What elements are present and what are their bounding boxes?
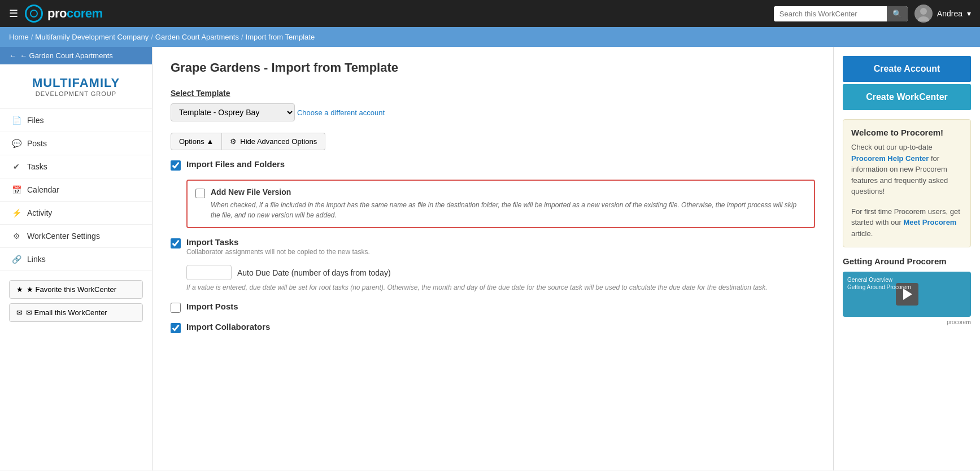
- auto-due-date-sub: If a value is entered, due date will be …: [186, 282, 815, 293]
- import-collaborators-label[interactable]: Import Collaborators: [186, 322, 270, 332]
- brand-sub: DEVELOPMENT GROUP: [9, 90, 143, 97]
- sidebar-files-label: Files: [27, 116, 44, 125]
- import-collaborators-item: Import Collaborators: [171, 322, 815, 333]
- video-thumb-text: General OverviewGetting Around Procorem: [847, 276, 911, 291]
- sidebar-nav: 📄 Files 💬 Posts ✔ Tasks 📅 Calendar ⚡ Act…: [0, 109, 152, 271]
- sidebar-item-workcenter-settings[interactable]: ⚙ WorkCenter Settings: [0, 225, 152, 248]
- import-posts-checkbox[interactable]: [171, 303, 181, 313]
- sidebar-activity-label: Activity: [27, 208, 52, 217]
- sidebar-item-files[interactable]: 📄 Files: [0, 109, 152, 132]
- sidebar-item-activity[interactable]: ⚡ Activity: [0, 202, 152, 225]
- logo-icon: [25, 5, 43, 23]
- star-icon: ★: [16, 285, 23, 294]
- options-bar: Options ▲ ⚙ Hide Advanced Options: [171, 133, 815, 150]
- sidebar-calendar-label: Calendar: [27, 185, 59, 194]
- main-content: Grape Gardens - Import from Template Sel…: [153, 47, 833, 470]
- sidebar-item-posts[interactable]: 💬 Posts: [0, 132, 152, 155]
- user-area[interactable]: Andrea ▾: [914, 5, 971, 23]
- import-tasks-item: Import Tasks Collaborator assignments wi…: [171, 237, 815, 256]
- search-bar: 🔍: [774, 6, 908, 21]
- sidebar-tasks-label: Tasks: [27, 162, 47, 171]
- auto-due-date-label: Auto Due Date (number of days from today…: [237, 268, 391, 277]
- sidebar: ← ← Garden Court Apartments MULTIFAMILY …: [0, 47, 153, 470]
- activity-icon: ⚡: [11, 208, 21, 217]
- sidebar-brand: MULTIFAMILY DEVELOPMENT GROUP: [0, 64, 152, 109]
- create-account-button[interactable]: Create Account: [843, 56, 971, 82]
- email-workcenter-button[interactable]: ✉ ✉ Email this WorkCenter: [9, 303, 143, 322]
- add-new-file-row: Add New File Version When checked, if a …: [195, 187, 806, 220]
- select-template-label: Select Template: [171, 89, 815, 98]
- auto-due-date-input[interactable]: [186, 265, 232, 280]
- change-account-link[interactable]: Choose a different account: [297, 108, 385, 117]
- import-posts-label[interactable]: Import Posts: [186, 302, 238, 311]
- create-workcenter-button[interactable]: Create WorkCenter: [843, 84, 971, 110]
- breadcrumb-sep-1: /: [31, 33, 33, 41]
- sidebar-item-calendar[interactable]: 📅 Calendar: [0, 178, 152, 202]
- hamburger-icon[interactable]: ☰: [9, 7, 18, 20]
- email-label: ✉ Email this WorkCenter: [26, 308, 107, 317]
- import-files-item: Import Files and Folders: [171, 159, 815, 171]
- file-icon: 📄: [11, 116, 21, 125]
- import-tasks-checkbox[interactable]: [171, 238, 181, 248]
- video-thumbnail[interactable]: General OverviewGetting Around Procorem: [843, 272, 971, 317]
- import-posts-item: Import Posts: [171, 302, 815, 313]
- posts-icon: 💬: [11, 139, 21, 148]
- add-new-file-desc: When checked, if a file included in the …: [211, 200, 806, 220]
- sidebar-item-links[interactable]: 🔗 Links: [0, 248, 152, 271]
- import-files-label[interactable]: Import Files and Folders: [186, 159, 285, 169]
- logo-inner-circle: [30, 10, 38, 18]
- welcome-text-2: For first time Procorem users, get start…: [851, 206, 962, 239]
- sidebar-posts-label: Posts: [27, 139, 47, 148]
- svg-point-1: [918, 16, 929, 21]
- options-button[interactable]: Options ▲: [171, 133, 222, 150]
- email-icon: ✉: [16, 308, 23, 317]
- breadcrumb-home[interactable]: Home: [9, 33, 29, 41]
- breadcrumb-company[interactable]: Multifamily Development Company: [35, 33, 149, 41]
- procorem-logo-small: procorem: [843, 319, 971, 325]
- brand-title: MULTIFAMILY: [9, 76, 143, 90]
- welcome-text-1: Check out our up-to-date Procorem Help C…: [851, 142, 962, 197]
- import-collaborators-checkbox[interactable]: [171, 323, 181, 333]
- search-button[interactable]: 🔍: [887, 6, 908, 21]
- breadcrumb-bar: Home / Multifamily Development Company /…: [0, 27, 980, 47]
- welcome-panel: Welcome to Procorem! Check out our up-to…: [843, 119, 971, 247]
- video-section: Getting Around Procorem General Overview…: [843, 256, 971, 325]
- advanced-label: Hide Advanced Options: [240, 137, 317, 146]
- right-panel-buttons: Create Account Create WorkCenter: [834, 47, 980, 119]
- add-new-file-checkbox[interactable]: [195, 189, 205, 198]
- template-select[interactable]: Template - Osprey Bay: [171, 103, 295, 121]
- gear-icon: ⚙: [230, 137, 237, 146]
- options-label: Options ▲: [179, 137, 214, 146]
- calendar-icon: 📅: [11, 185, 21, 194]
- sidebar-buttons: ★ ★ Favorite this WorkCenter ✉ ✉ Email t…: [0, 271, 152, 331]
- sidebar-links-label: Links: [27, 255, 46, 264]
- sidebar-item-tasks[interactable]: ✔ Tasks: [0, 155, 152, 178]
- user-name: Andrea: [937, 9, 962, 18]
- page-title: Grape Gardens - Import from Template: [171, 60, 815, 75]
- breadcrumb-project[interactable]: Garden Court Apartments: [155, 33, 239, 41]
- logo-text: procorem: [47, 6, 103, 21]
- breadcrumb-sep-3: /: [241, 33, 243, 41]
- hide-advanced-options-button[interactable]: ⚙ Hide Advanced Options: [222, 133, 325, 150]
- layout: ← ← Garden Court Apartments MULTIFAMILY …: [0, 47, 980, 470]
- sidebar-settings-label: WorkCenter Settings: [27, 232, 100, 241]
- auto-due-date-row: Auto Due Date (number of days from today…: [186, 265, 815, 280]
- add-new-file-label[interactable]: Add New File Version: [211, 187, 291, 197]
- import-tasks-sub: Collaborator assignments will not be cop…: [186, 248, 370, 256]
- favorite-workcenter-button[interactable]: ★ ★ Favorite this WorkCenter: [9, 280, 143, 299]
- right-panel: Create Account Create WorkCenter Welcome…: [833, 47, 980, 470]
- search-input[interactable]: [774, 6, 887, 21]
- svg-point-0: [920, 8, 927, 15]
- avatar: [914, 5, 933, 23]
- meet-procorem-link[interactable]: Meet Procorem: [904, 218, 957, 226]
- help-center-link[interactable]: Procorem Help Center: [851, 154, 929, 163]
- breadcrumb-sep-2: /: [151, 33, 153, 41]
- welcome-title: Welcome to Procorem!: [851, 128, 962, 137]
- import-files-checkbox[interactable]: [171, 160, 181, 171]
- import-tasks-label[interactable]: Import Tasks: [186, 237, 238, 247]
- back-to-project[interactable]: ← ← Garden Court Apartments: [0, 47, 152, 64]
- logo: procorem: [25, 5, 103, 23]
- add-new-file-version-option: Add New File Version When checked, if a …: [186, 180, 815, 228]
- getting-around-title: Getting Around Procorem: [843, 256, 971, 266]
- back-label: ← Garden Court Apartments: [20, 51, 113, 60]
